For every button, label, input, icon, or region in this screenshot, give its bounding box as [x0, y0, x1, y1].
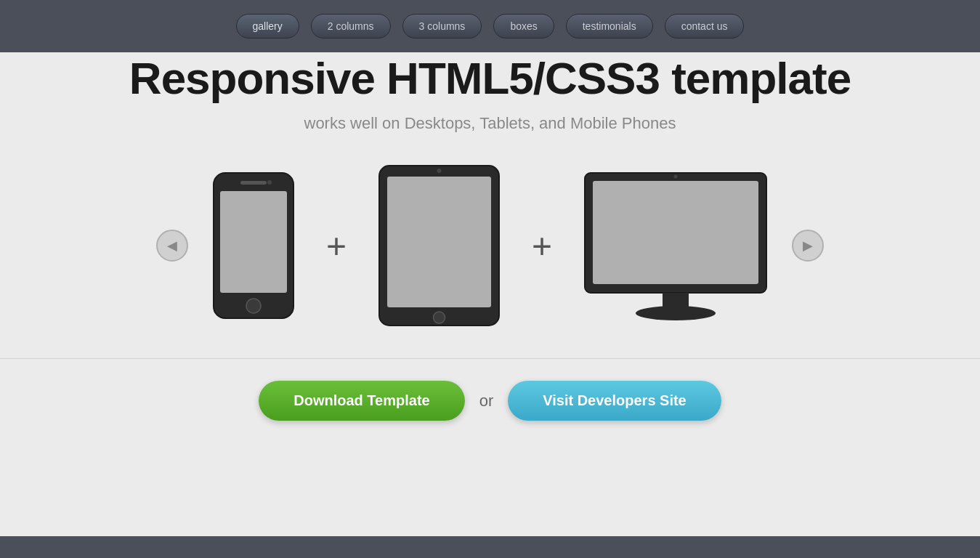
- prev-arrow[interactable]: ◀: [156, 230, 188, 262]
- nav-testimonials[interactable]: testimonials: [566, 14, 653, 39]
- svg-point-13: [674, 175, 678, 179]
- plus-sign-2: +: [532, 226, 552, 266]
- navbar: gallery 2 columns 3 columns boxes testim…: [0, 0, 980, 52]
- svg-rect-1: [220, 191, 287, 293]
- svg-point-12: [636, 306, 716, 320]
- download-button[interactable]: Download Template: [259, 381, 464, 421]
- or-separator: or: [479, 392, 494, 411]
- svg-point-7: [434, 312, 445, 323]
- nav-3columns[interactable]: 3 columns: [402, 14, 482, 39]
- plus-sign-1: +: [326, 226, 347, 266]
- svg-rect-3: [240, 181, 267, 185]
- hero-title: Responsive HTML5/CSS3 template: [129, 52, 851, 104]
- nav-contact[interactable]: contact us: [665, 14, 745, 39]
- svg-rect-11: [663, 293, 689, 307]
- phone-icon: [210, 169, 297, 322]
- devices-container: + +: [210, 162, 770, 329]
- svg-point-8: [437, 169, 442, 173]
- footer-bar: [0, 536, 980, 558]
- right-arrow-icon: ▶: [803, 238, 813, 254]
- main-content: Responsive HTML5/CSS3 template works wel…: [0, 52, 980, 536]
- tablet-icon: [376, 162, 503, 329]
- device-showcase: ◀ +: [0, 162, 980, 329]
- monitor-icon: [581, 169, 770, 322]
- cta-section: Download Template or Visit Developers Si…: [259, 381, 721, 421]
- next-arrow[interactable]: ▶: [792, 230, 824, 262]
- svg-point-4: [267, 180, 272, 185]
- hero-subtitle: works well on Desktops, Tablets, and Mob…: [304, 114, 676, 133]
- nav-boxes[interactable]: boxes: [493, 14, 554, 39]
- svg-rect-6: [387, 177, 491, 307]
- visit-button[interactable]: Visit Developers Site: [508, 381, 721, 421]
- nav-2columns[interactable]: 2 columns: [311, 14, 391, 39]
- nav-gallery[interactable]: gallery: [236, 14, 299, 39]
- svg-point-2: [246, 299, 261, 313]
- left-arrow-icon: ◀: [167, 238, 177, 254]
- svg-rect-10: [593, 181, 758, 284]
- section-divider: [0, 358, 980, 359]
